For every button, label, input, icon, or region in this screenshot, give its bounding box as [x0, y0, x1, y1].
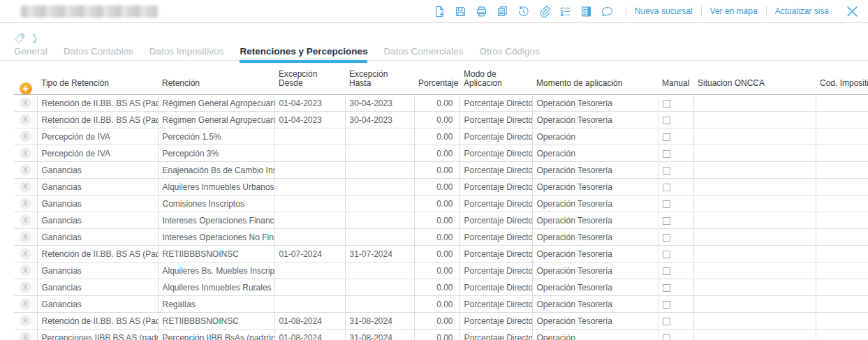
tag-icon[interactable] [14, 33, 26, 45]
cell-excepcion-desde[interactable] [274, 296, 345, 313]
cell-tipo-retencion[interactable]: Retención de II.BB. BS AS (Pad… [37, 313, 158, 330]
delete-row-button[interactable]: X [20, 198, 31, 209]
cell-excepcion-hasta[interactable] [345, 162, 414, 179]
cell-retencion[interactable]: Intereses Operaciones Financie… [158, 212, 274, 229]
cell-tipo-retencion[interactable]: Percepciones IIBB BS AS (padr… [37, 330, 158, 340]
cell-situacion-oncca[interactable] [693, 279, 816, 296]
tab-retenciones-y-percepciones[interactable]: Retenciones y Percepciones [240, 46, 367, 60]
cell-modo-aplicacion[interactable]: Porcentaje Directo [459, 112, 532, 128]
cell-modo-aplicacion[interactable]: Porcentaje Directo [459, 179, 532, 195]
cell-tipo-retencion[interactable]: Retención de II.BB. BS AS (Pad… [37, 246, 158, 263]
manual-checkbox[interactable] [663, 217, 670, 225]
cell-excepcion-hasta[interactable]: 31-08-2024 [345, 330, 414, 340]
manual-checkbox[interactable] [663, 301, 670, 309]
manual-checkbox[interactable] [663, 117, 670, 124]
cell-porcentaje[interactable]: 0.00 [414, 162, 459, 179]
cell-cod-impositivo[interactable] [816, 145, 868, 162]
cell-excepcion-desde[interactable] [274, 128, 345, 145]
cell-retencion[interactable]: Régimen General Agropecuario … [158, 95, 274, 112]
actualizar-sisa-link[interactable]: Actualizar sisa [767, 6, 837, 16]
cell-momento-aplicacion[interactable]: Operación [532, 128, 658, 145]
cell-momento-aplicacion[interactable]: Operación [532, 145, 658, 162]
cell-excepcion-desde[interactable] [274, 229, 345, 246]
tab-general[interactable]: General [14, 46, 47, 60]
cell-momento-aplicacion[interactable]: Operación Tesorería [532, 112, 658, 128]
cell-excepcion-hasta[interactable]: 31-07-2024 [345, 246, 414, 263]
manual-checkbox[interactable] [663, 234, 670, 242]
cell-situacion-oncca[interactable] [693, 179, 816, 195]
manual-checkbox[interactable] [663, 251, 670, 258]
cell-tipo-retencion[interactable]: Retención de II.BB. BS AS (Pad… [37, 95, 158, 112]
cell-cod-impositivo[interactable] [816, 296, 868, 313]
cell-momento-aplicacion[interactable]: Operación Tesorería [532, 212, 658, 229]
cell-porcentaje[interactable]: 0.00 [414, 179, 459, 195]
manual-checkbox[interactable] [663, 167, 670, 175]
cell-retencion[interactable]: Percepción 3% [158, 145, 274, 162]
cell-excepcion-hasta[interactable]: 31-08-2024 [345, 313, 414, 330]
cell-porcentaje[interactable]: 0.00 [414, 229, 459, 246]
tab-datos-comerciales[interactable]: Datos Comerciales [383, 46, 463, 60]
cell-momento-aplicacion[interactable]: Operación Tesorería [532, 296, 658, 313]
copy-button[interactable] [496, 4, 510, 18]
cell-momento-aplicacion[interactable]: Operación Tesorería [532, 263, 658, 279]
cell-retencion[interactable]: Intereses Operaciones No Finan… [158, 229, 274, 246]
cell-momento-aplicacion[interactable]: Operación Tesorería [532, 179, 658, 195]
manual-checkbox[interactable] [663, 334, 670, 340]
cell-momento-aplicacion[interactable]: Operación Tesorería [532, 195, 658, 212]
cell-excepcion-hasta[interactable] [345, 296, 414, 313]
cell-momento-aplicacion[interactable]: Operación Tesorería [532, 95, 658, 112]
cell-cod-impositivo[interactable] [816, 162, 868, 179]
cell-modo-aplicacion[interactable]: Porcentaje Directo [459, 279, 532, 296]
cell-modo-aplicacion[interactable]: Porcentaje Directo [459, 296, 532, 313]
cell-cod-impositivo[interactable] [816, 229, 868, 246]
cell-excepcion-desde[interactable]: 01-04-2023 [274, 95, 345, 112]
new-document-button[interactable] [433, 4, 447, 18]
chevron-right-icon[interactable] [32, 34, 38, 44]
cell-porcentaje[interactable]: 0.00 [414, 330, 459, 340]
cell-retencion[interactable]: Regalías [158, 296, 274, 313]
cell-excepcion-hasta[interactable] [345, 279, 414, 296]
manual-checkbox[interactable] [663, 267, 670, 275]
checklist-button[interactable] [559, 4, 573, 18]
cell-situacion-oncca[interactable] [693, 296, 816, 313]
cell-retencion[interactable]: Comisiones Inscriptos [158, 195, 274, 212]
cell-retencion[interactable]: Enajenación Bs de Cambio Insc… [158, 162, 274, 179]
save-button[interactable] [454, 4, 468, 18]
cell-momento-aplicacion[interactable]: Operación Tesorería [532, 229, 658, 246]
delete-row-button[interactable]: X [20, 298, 31, 310]
delete-row-button[interactable]: X [20, 114, 31, 126]
cell-excepcion-desde[interactable] [274, 179, 345, 195]
manual-checkbox[interactable] [663, 184, 670, 191]
cell-momento-aplicacion[interactable]: Operación Tesorería [532, 279, 658, 296]
cell-tipo-retencion[interactable]: Percepción de IVA [37, 145, 158, 162]
cell-excepcion-desde[interactable] [274, 162, 345, 179]
cell-situacion-oncca[interactable] [693, 195, 816, 212]
manual-checkbox[interactable] [663, 100, 670, 108]
cell-situacion-oncca[interactable] [693, 145, 816, 162]
cell-cod-impositivo[interactable] [816, 330, 868, 340]
cell-tipo-retencion[interactable]: Ganancias [37, 162, 158, 179]
cell-situacion-oncca[interactable] [693, 246, 816, 263]
cell-modo-aplicacion[interactable]: Porcentaje Directo [459, 263, 532, 279]
tab-datos-impositivos[interactable]: Datos Impositivos [149, 46, 224, 60]
cell-retencion[interactable]: Percepción IIBB BsAs (padrón) [158, 330, 274, 340]
cell-excepcion-hasta[interactable] [345, 263, 414, 279]
cell-excepcion-hasta[interactable] [345, 128, 414, 145]
cell-excepcion-hasta[interactable] [345, 212, 414, 229]
cell-excepcion-desde[interactable]: 01-07-2024 [274, 246, 345, 263]
cell-porcentaje[interactable]: 0.00 [414, 279, 459, 296]
cell-situacion-oncca[interactable] [693, 263, 816, 279]
cell-retencion[interactable]: Alquileres Inmuebles Rurales In… [158, 279, 274, 296]
print-button[interactable] [475, 4, 489, 18]
cell-excepcion-desde[interactable] [274, 212, 345, 229]
cell-cod-impositivo[interactable] [816, 95, 868, 112]
delete-row-button[interactable]: X [20, 332, 31, 340]
delete-row-button[interactable]: X [20, 97, 31, 109]
cell-tipo-retencion[interactable]: Ganancias [37, 296, 158, 313]
tab-otros-c-digos[interactable]: Otros Códigos [480, 46, 540, 60]
cell-modo-aplicacion[interactable]: Porcentaje Directo [459, 229, 532, 246]
cell-excepcion-hasta[interactable] [345, 145, 414, 162]
cell-cod-impositivo[interactable] [816, 246, 868, 263]
cell-porcentaje[interactable]: 0.00 [414, 313, 459, 330]
cell-porcentaje[interactable]: 0.00 [414, 296, 459, 313]
